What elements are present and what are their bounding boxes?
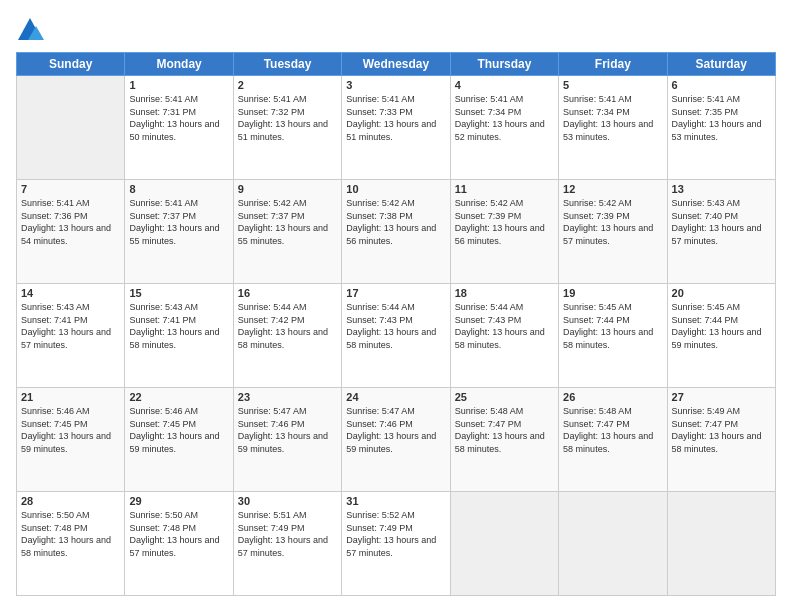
sunset-text: Sunset: 7:45 PM (129, 419, 196, 429)
calendar-cell: 25Sunrise: 5:48 AMSunset: 7:47 PMDayligh… (450, 388, 558, 492)
sunrise-text: Sunrise: 5:47 AM (238, 406, 307, 416)
day-header-saturday: Saturday (667, 53, 775, 76)
day-header-wednesday: Wednesday (342, 53, 450, 76)
sunset-text: Sunset: 7:46 PM (346, 419, 413, 429)
daylight-text: Daylight: 13 hours and 55 minutes. (129, 223, 219, 246)
day-number: 24 (346, 391, 445, 403)
sunrise-text: Sunrise: 5:45 AM (672, 302, 741, 312)
calendar-cell: 20Sunrise: 5:45 AMSunset: 7:44 PMDayligh… (667, 284, 775, 388)
calendar-cell: 27Sunrise: 5:49 AMSunset: 7:47 PMDayligh… (667, 388, 775, 492)
cell-content: Sunrise: 5:47 AMSunset: 7:46 PMDaylight:… (238, 405, 337, 455)
calendar-cell: 1Sunrise: 5:41 AMSunset: 7:31 PMDaylight… (125, 76, 233, 180)
day-number: 1 (129, 79, 228, 91)
calendar-cell (17, 76, 125, 180)
cell-content: Sunrise: 5:51 AMSunset: 7:49 PMDaylight:… (238, 509, 337, 559)
calendar-cell (450, 492, 558, 596)
calendar-cell: 4Sunrise: 5:41 AMSunset: 7:34 PMDaylight… (450, 76, 558, 180)
daylight-text: Daylight: 13 hours and 57 minutes. (346, 535, 436, 558)
sunset-text: Sunset: 7:37 PM (129, 211, 196, 221)
sunset-text: Sunset: 7:48 PM (129, 523, 196, 533)
sunset-text: Sunset: 7:47 PM (563, 419, 630, 429)
day-number: 22 (129, 391, 228, 403)
day-number: 9 (238, 183, 337, 195)
sunrise-text: Sunrise: 5:41 AM (129, 198, 198, 208)
sunset-text: Sunset: 7:45 PM (21, 419, 88, 429)
daylight-text: Daylight: 13 hours and 58 minutes. (563, 431, 653, 454)
cell-content: Sunrise: 5:45 AMSunset: 7:44 PMDaylight:… (672, 301, 771, 351)
daylight-text: Daylight: 13 hours and 57 minutes. (129, 535, 219, 558)
cell-content: Sunrise: 5:49 AMSunset: 7:47 PMDaylight:… (672, 405, 771, 455)
calendar-cell: 29Sunrise: 5:50 AMSunset: 7:48 PMDayligh… (125, 492, 233, 596)
daylight-text: Daylight: 13 hours and 50 minutes. (129, 119, 219, 142)
sunrise-text: Sunrise: 5:42 AM (238, 198, 307, 208)
calendar-table: SundayMondayTuesdayWednesdayThursdayFrid… (16, 52, 776, 596)
cell-content: Sunrise: 5:46 AMSunset: 7:45 PMDaylight:… (129, 405, 228, 455)
day-header-tuesday: Tuesday (233, 53, 341, 76)
sunset-text: Sunset: 7:44 PM (672, 315, 739, 325)
calendar-cell: 12Sunrise: 5:42 AMSunset: 7:39 PMDayligh… (559, 180, 667, 284)
calendar-cell: 10Sunrise: 5:42 AMSunset: 7:38 PMDayligh… (342, 180, 450, 284)
sunrise-text: Sunrise: 5:45 AM (563, 302, 632, 312)
day-number: 4 (455, 79, 554, 91)
sunset-text: Sunset: 7:40 PM (672, 211, 739, 221)
day-number: 3 (346, 79, 445, 91)
sunrise-text: Sunrise: 5:44 AM (346, 302, 415, 312)
day-number: 17 (346, 287, 445, 299)
sunrise-text: Sunrise: 5:41 AM (455, 94, 524, 104)
sunrise-text: Sunrise: 5:50 AM (129, 510, 198, 520)
calendar-cell (559, 492, 667, 596)
sunrise-text: Sunrise: 5:42 AM (455, 198, 524, 208)
sunrise-text: Sunrise: 5:50 AM (21, 510, 90, 520)
daylight-text: Daylight: 13 hours and 58 minutes. (346, 327, 436, 350)
daylight-text: Daylight: 13 hours and 59 minutes. (238, 431, 328, 454)
day-number: 18 (455, 287, 554, 299)
sunset-text: Sunset: 7:44 PM (563, 315, 630, 325)
daylight-text: Daylight: 13 hours and 51 minutes. (238, 119, 328, 142)
sunset-text: Sunset: 7:41 PM (129, 315, 196, 325)
calendar-cell: 16Sunrise: 5:44 AMSunset: 7:42 PMDayligh… (233, 284, 341, 388)
sunset-text: Sunset: 7:43 PM (346, 315, 413, 325)
cell-content: Sunrise: 5:50 AMSunset: 7:48 PMDaylight:… (129, 509, 228, 559)
sunrise-text: Sunrise: 5:44 AM (455, 302, 524, 312)
calendar-cell: 28Sunrise: 5:50 AMSunset: 7:48 PMDayligh… (17, 492, 125, 596)
sunrise-text: Sunrise: 5:41 AM (21, 198, 90, 208)
sunset-text: Sunset: 7:48 PM (21, 523, 88, 533)
daylight-text: Daylight: 13 hours and 54 minutes. (21, 223, 111, 246)
cell-content: Sunrise: 5:42 AMSunset: 7:37 PMDaylight:… (238, 197, 337, 247)
week-row-5: 28Sunrise: 5:50 AMSunset: 7:48 PMDayligh… (17, 492, 776, 596)
sunset-text: Sunset: 7:36 PM (21, 211, 88, 221)
cell-content: Sunrise: 5:41 AMSunset: 7:31 PMDaylight:… (129, 93, 228, 143)
day-number: 5 (563, 79, 662, 91)
week-row-4: 21Sunrise: 5:46 AMSunset: 7:45 PMDayligh… (17, 388, 776, 492)
sunrise-text: Sunrise: 5:47 AM (346, 406, 415, 416)
sunset-text: Sunset: 7:47 PM (672, 419, 739, 429)
calendar-cell: 24Sunrise: 5:47 AMSunset: 7:46 PMDayligh… (342, 388, 450, 492)
sunset-text: Sunset: 7:42 PM (238, 315, 305, 325)
cell-content: Sunrise: 5:43 AMSunset: 7:41 PMDaylight:… (129, 301, 228, 351)
calendar-cell: 30Sunrise: 5:51 AMSunset: 7:49 PMDayligh… (233, 492, 341, 596)
sunrise-text: Sunrise: 5:52 AM (346, 510, 415, 520)
cell-content: Sunrise: 5:41 AMSunset: 7:34 PMDaylight:… (455, 93, 554, 143)
cell-content: Sunrise: 5:48 AMSunset: 7:47 PMDaylight:… (563, 405, 662, 455)
header (16, 16, 776, 44)
daylight-text: Daylight: 13 hours and 58 minutes. (455, 327, 545, 350)
calendar-cell: 14Sunrise: 5:43 AMSunset: 7:41 PMDayligh… (17, 284, 125, 388)
cell-content: Sunrise: 5:41 AMSunset: 7:37 PMDaylight:… (129, 197, 228, 247)
day-header-sunday: Sunday (17, 53, 125, 76)
sunrise-text: Sunrise: 5:48 AM (563, 406, 632, 416)
sunrise-text: Sunrise: 5:51 AM (238, 510, 307, 520)
day-number: 8 (129, 183, 228, 195)
sunrise-text: Sunrise: 5:44 AM (238, 302, 307, 312)
sunset-text: Sunset: 7:43 PM (455, 315, 522, 325)
day-number: 7 (21, 183, 120, 195)
cell-content: Sunrise: 5:44 AMSunset: 7:43 PMDaylight:… (455, 301, 554, 351)
cell-content: Sunrise: 5:41 AMSunset: 7:33 PMDaylight:… (346, 93, 445, 143)
sunrise-text: Sunrise: 5:49 AM (672, 406, 741, 416)
day-number: 31 (346, 495, 445, 507)
day-number: 28 (21, 495, 120, 507)
day-number: 25 (455, 391, 554, 403)
sunrise-text: Sunrise: 5:41 AM (672, 94, 741, 104)
cell-content: Sunrise: 5:42 AMSunset: 7:38 PMDaylight:… (346, 197, 445, 247)
week-row-3: 14Sunrise: 5:43 AMSunset: 7:41 PMDayligh… (17, 284, 776, 388)
calendar-cell: 18Sunrise: 5:44 AMSunset: 7:43 PMDayligh… (450, 284, 558, 388)
